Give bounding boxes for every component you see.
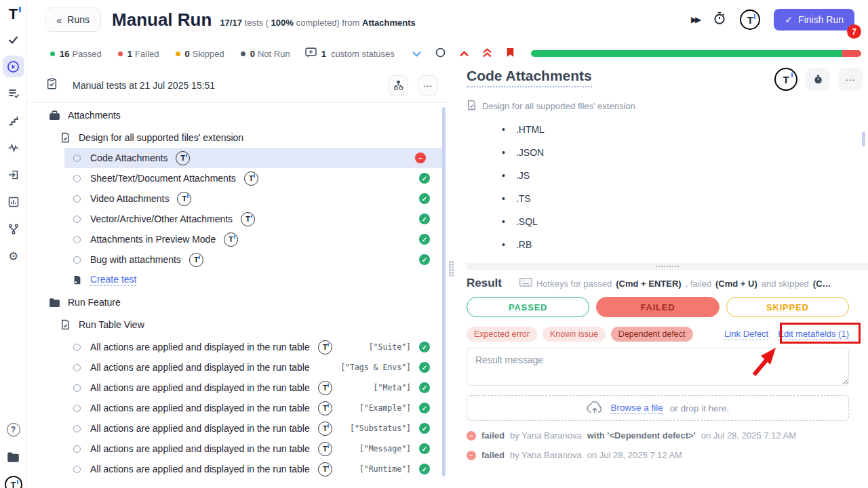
- document-check-icon: [467, 100, 477, 113]
- test-circle-icon: [71, 344, 83, 351]
- tests-check-icon[interactable]: [3, 28, 24, 50]
- back-to-runs-button[interactable]: « Runs: [45, 7, 101, 32]
- run-statusbar: 16Passed 1Failed 0Skipped 0Not Run 1cust…: [27, 42, 868, 65]
- create-test-row[interactable]: Create test: [27, 270, 448, 290]
- status-passed-icon: ✓: [419, 362, 430, 373]
- tree-scrollbar[interactable]: [442, 107, 446, 476]
- tree-test-row[interactable]: Bug with attachments T ✓: [27, 249, 448, 270]
- circle-status-icon[interactable]: [435, 47, 446, 60]
- tree-test-row-selected[interactable]: Code Attachments T −: [64, 148, 443, 168]
- passed-stat: 16Passed: [50, 49, 102, 59]
- pulse-icon[interactable]: [3, 137, 24, 159]
- tree-view-toggle-button[interactable]: [388, 75, 408, 96]
- tree-feature-row[interactable]: Design for all supported files' extensio…: [27, 127, 448, 148]
- import-icon[interactable]: [3, 164, 24, 186]
- account-logo-icon[interactable]: T: [5, 476, 22, 488]
- tree-test-row[interactable]: Vector/Archive/Other Attachments T ✓: [27, 209, 448, 229]
- list-item: .SQL: [467, 210, 868, 233]
- run-progress-bar: [531, 50, 861, 57]
- panel-resize-handle[interactable]: [449, 261, 457, 284]
- test-circle-icon: [71, 256, 83, 264]
- tree-test-row[interactable]: All actions are applied and displayed in…: [27, 418, 448, 439]
- status-passed-icon: ✓: [419, 342, 430, 352]
- status-passed-icon: ✓: [419, 382, 430, 393]
- testomat-badge-icon: T: [224, 232, 238, 247]
- file-drop-zone[interactable]: Browse a file or drop it here.: [467, 395, 849, 421]
- progress-passed-segment: [531, 50, 842, 57]
- branches-icon[interactable]: [3, 218, 24, 240]
- hotkeys-hint: Hotkeys for passed (Cmd + ENTER) , faile…: [519, 278, 831, 289]
- tree-suite-row[interactable]: Run Feature: [27, 292, 448, 312]
- test-circle-icon: [71, 384, 83, 392]
- list-item: .RB: [467, 233, 868, 256]
- test-title[interactable]: Code Attachments: [467, 68, 592, 87]
- list-item: .TS: [467, 187, 868, 210]
- icon-sidebar: T ⚙ ? T: [0, 0, 27, 488]
- status-passed-icon: ✓: [419, 193, 430, 204]
- tree-test-row[interactable]: Sheet/Text/Document Attachments T ✓: [27, 168, 448, 188]
- custom-statuses-stat[interactable]: 1custom statuses: [305, 47, 395, 60]
- tree-suite-row[interactable]: Attachments: [27, 105, 448, 125]
- test-circle-icon: [71, 445, 83, 453]
- result-message-input[interactable]: [467, 348, 849, 386]
- tag-dependent-defect[interactable]: Dependent defect: [611, 327, 693, 342]
- caret-up-icon[interactable]: [460, 49, 469, 59]
- tree-test-row[interactable]: All actions are applied and displayed in…: [27, 378, 448, 398]
- timer-button[interactable]: [806, 68, 830, 91]
- tag-expected-error[interactable]: Expected error: [467, 327, 537, 342]
- test-detail-panel: Code Attachments T … Design for all supp…: [467, 68, 868, 488]
- tree-test-row[interactable]: All actions are applied and displayed in…: [27, 459, 448, 479]
- steps-icon[interactable]: [3, 110, 24, 131]
- fast-forward-icon[interactable]: ▶▶: [691, 15, 699, 24]
- status-failed-icon: −: [415, 152, 426, 163]
- check-icon: ✓: [785, 14, 793, 25]
- tree-test-row[interactable]: Attachments in Preview Mode T ✓: [27, 229, 448, 249]
- message-plus-icon: [305, 47, 317, 60]
- edit-metafields-link[interactable]: Edit metafields (1): [778, 329, 849, 340]
- list-item: .PY: [467, 256, 868, 263]
- test-description-list: .HTML .JSON .JS .TS .SQL .RB .PY: [467, 118, 868, 263]
- link-defect-link[interactable]: Link Defect: [724, 329, 768, 340]
- testomat-badge-icon: T: [318, 381, 332, 395]
- testomat-logo-icon[interactable]: T: [774, 68, 797, 91]
- more-options-button[interactable]: …: [838, 68, 863, 91]
- timer-icon[interactable]: [713, 12, 726, 28]
- status-passed-icon: ✓: [419, 403, 430, 413]
- settings-gear-icon[interactable]: ⚙: [3, 245, 24, 267]
- passed-button[interactable]: PASSED: [467, 297, 589, 317]
- bookmark-icon[interactable]: [506, 47, 515, 60]
- tree-test-row[interactable]: Video Attachments T ✓: [27, 188, 448, 209]
- double-caret-up-icon[interactable]: [483, 48, 492, 60]
- test-tag: ["Substatus"]: [350, 424, 411, 433]
- testomat-badge-icon: T: [176, 151, 190, 165]
- failed-button[interactable]: FAILED: [596, 297, 719, 317]
- testomat-badge-icon: T: [318, 422, 332, 436]
- analytics-icon[interactable]: [3, 191, 24, 213]
- status-passed-icon: ✓: [419, 464, 430, 474]
- plans-icon[interactable]: [3, 83, 24, 104]
- tree-feature-row[interactable]: Run Table View: [27, 314, 448, 335]
- test-tag: ["Runtime"]: [359, 464, 411, 474]
- tag-known-issue[interactable]: Known issue: [542, 327, 606, 342]
- description-scrollbar[interactable]: [862, 131, 865, 146]
- skipped-button[interactable]: SKIPPED: [726, 297, 849, 317]
- section-resize-handle[interactable]: [467, 263, 868, 270]
- tree-more-button[interactable]: …: [418, 75, 438, 96]
- testomat-badge-icon: T: [318, 462, 332, 476]
- chevron-down-icon[interactable]: [412, 49, 421, 59]
- tree-test-row[interactable]: All actions are applied and displayed in…: [27, 439, 448, 459]
- tree-test-row[interactable]: All actions are applied and displayed in…: [27, 398, 448, 418]
- finish-run-button[interactable]: ✓ Finish Run 7: [774, 9, 854, 30]
- testomat-logo-icon[interactable]: T: [740, 9, 760, 30]
- test-circle-icon: [71, 405, 83, 412]
- notification-badge[interactable]: 7: [847, 24, 861, 39]
- tree-test-row[interactable]: All actions are applied and displayed in…: [27, 337, 448, 357]
- help-icon[interactable]: ?: [3, 419, 24, 441]
- tree-title: Manual tests at 21 Jul 2025 15:51: [73, 80, 215, 91]
- testomat-badge-icon: T: [318, 340, 332, 354]
- projects-folder-icon[interactable]: [3, 446, 24, 468]
- browse-file-link[interactable]: Browse a file: [610, 403, 663, 414]
- app-logo-icon[interactable]: T: [9, 5, 18, 23]
- tree-test-row[interactable]: All actions are applied and displayed in…: [27, 357, 448, 378]
- runs-icon[interactable]: [3, 56, 24, 77]
